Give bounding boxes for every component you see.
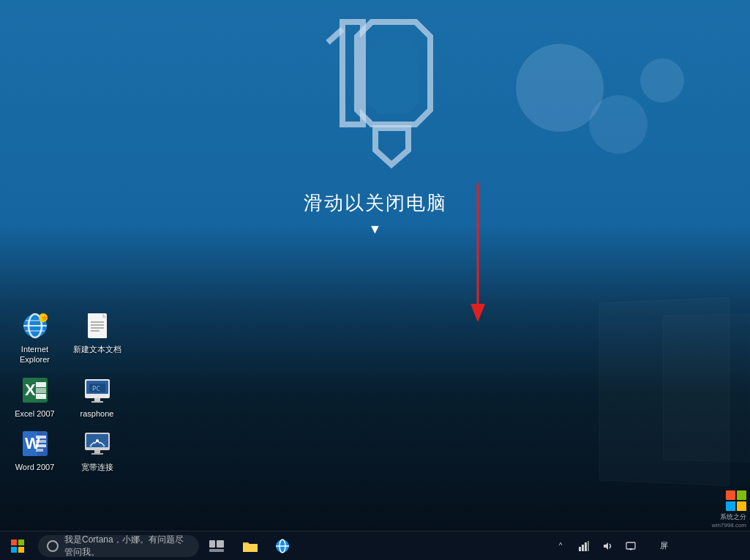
svg-rect-27 (94, 398, 100, 401)
svg-text:X: X (25, 381, 36, 399)
icon-word-2007[interactable]: W Word 2007 (7, 425, 62, 475)
system-clock[interactable]: 屏 (644, 531, 684, 561)
svg-rect-28 (91, 401, 103, 403)
svg-rect-62 (585, 542, 587, 551)
svg-rect-65 (626, 542, 635, 549)
taskbar: 我是Cortana，小娜。有问题尽管问我。 ^ (0, 531, 750, 560)
svg-point-47 (89, 444, 91, 447)
tray-display-icon[interactable] (620, 531, 641, 561)
svg-rect-13 (88, 313, 102, 318)
svg-text:PC: PC (92, 385, 100, 392)
slide-shutdown-text: 滑动以关闭电脑 (0, 190, 750, 216)
rasphone-label: rasphone (80, 408, 114, 419)
txt-icon (82, 310, 113, 341)
chevron-up-icon: ^ (559, 542, 563, 550)
rasphone-icon: PC (82, 375, 113, 406)
svg-rect-54 (217, 540, 224, 548)
search-placeholder: 我是Cortana，小娜。有问题尽管问我。 (64, 534, 190, 559)
svg-rect-23 (36, 388, 46, 393)
icon-internet-explorer[interactable]: ★ InternetExplorer (7, 307, 62, 368)
ie-icon: ★ (20, 310, 50, 341)
icon-broadband[interactable]: 宽带连接 (70, 425, 124, 475)
svg-rect-55 (209, 549, 224, 552)
slide-shutdown-overlay[interactable]: 滑动以关闭电脑 ▼ (0, 190, 750, 237)
wm-blue-cell (726, 501, 735, 511)
wm-yellow-cell (737, 501, 746, 511)
svg-rect-52 (18, 547, 24, 553)
word-label: Word 2007 (15, 462, 55, 472)
svg-rect-37 (36, 449, 43, 452)
svg-rect-24 (36, 394, 46, 399)
word-icon: W (20, 428, 50, 459)
watermark-url: win7998.com (688, 522, 746, 529)
tray-chevron[interactable]: ^ (550, 531, 571, 561)
svg-rect-51 (11, 547, 17, 553)
svg-rect-61 (582, 545, 584, 551)
broadband-icon (82, 428, 113, 459)
excel-icon: X (20, 375, 50, 406)
system-tray: ^ 屏 (550, 531, 684, 561)
taskbar-pinned-apps (234, 531, 299, 561)
watermark-logo (726, 490, 746, 511)
svg-rect-49 (11, 540, 17, 545)
clock-time: 屏 (660, 540, 668, 551)
icon-rasphone[interactable]: PC rasphone (70, 372, 124, 422)
svg-rect-41 (91, 453, 103, 455)
task-view-button[interactable] (202, 531, 231, 561)
broadband-label: 宽带连接 (81, 462, 113, 472)
svg-rect-34 (36, 436, 46, 438)
decorative-circle-2 (589, 95, 648, 154)
svg-rect-63 (588, 541, 589, 551)
svg-point-48 (102, 444, 105, 447)
svg-rect-53 (209, 540, 215, 548)
start-button[interactable] (0, 531, 35, 561)
windows10-logo (302, 15, 449, 176)
icon-row-3: W Word 2007 (7, 425, 139, 475)
icon-row-1: ★ InternetExplorer 新建文本文档 (7, 307, 139, 368)
svg-rect-22 (36, 382, 46, 387)
watermark-text: 系统之分 (688, 512, 746, 522)
taskbar-folder-button[interactable] (234, 531, 266, 561)
wm-red-cell (726, 490, 735, 500)
svg-rect-60 (579, 547, 581, 551)
cortana-search[interactable]: 我是Cortana，小娜。有问题尽管问我。 (38, 535, 199, 557)
svg-rect-40 (94, 450, 100, 453)
svg-text:★: ★ (41, 314, 48, 322)
slide-arrow-icon: ▼ (0, 222, 750, 237)
svg-rect-56 (243, 544, 258, 552)
decorative-circle-3 (640, 59, 684, 102)
svg-rect-36 (36, 444, 46, 447)
new-text-label: 新建文本文档 (73, 344, 121, 354)
svg-rect-35 (36, 440, 46, 443)
tray-network-icon[interactable] (574, 531, 594, 561)
watermark: 系统之分 win7998.com (688, 490, 746, 527)
excel-label: Excel 2007 (15, 408, 54, 419)
taskbar-ie-button[interactable] (266, 531, 299, 561)
icon-new-text[interactable]: 新建文本文档 (70, 307, 124, 368)
svg-marker-64 (604, 542, 608, 550)
wm-green-cell (737, 490, 746, 500)
ie-label: InternetExplorer (20, 344, 50, 365)
icon-excel-2007[interactable]: X Excel 2007 (7, 372, 62, 422)
tray-volume-icon[interactable] (597, 531, 618, 561)
search-circle-icon (47, 540, 59, 552)
desktop-icons-area: ★ InternetExplorer 新建文本文档 (0, 300, 146, 486)
icon-row-2: X Excel 2007 PC (7, 372, 139, 422)
svg-rect-50 (18, 540, 24, 545)
